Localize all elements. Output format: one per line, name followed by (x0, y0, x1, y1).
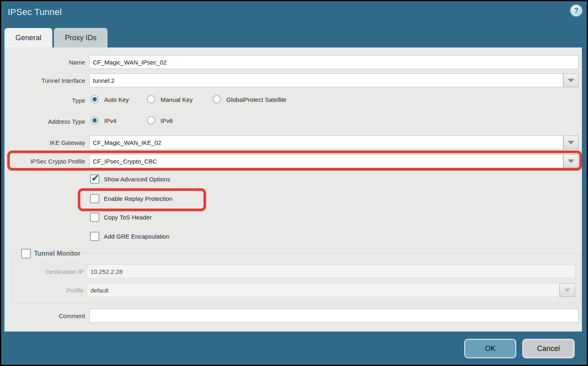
show-advanced-options-checkbox[interactable] (90, 174, 99, 184)
tunnel-monitor-section: Tunnel Monitor Destination IP Profile (13, 253, 581, 303)
chevron-down-icon (568, 159, 574, 163)
ok-button[interactable]: OK (464, 339, 516, 358)
type-radio-globalprotect-satellite[interactable] (212, 95, 221, 103)
general-tab-panel: Name Tunnel Interface Type Auto Key Manu… (4, 47, 582, 332)
ipsec-crypto-profile-dropdown-button[interactable] (563, 154, 579, 168)
show-advanced-options-label[interactable]: Show Advanced Options (104, 176, 170, 183)
tunnel-monitor-label[interactable]: Tunnel Monitor (34, 250, 80, 257)
comment-label: Comment (4, 312, 85, 319)
address-type-label: Address Type (4, 118, 85, 125)
destination-ip-label: Destination IP (13, 268, 84, 275)
ike-gateway-dropdown-button[interactable] (563, 136, 579, 149)
tab-proxy-ids[interactable]: Proxy IDs (54, 28, 107, 47)
name-label: Name (4, 59, 85, 66)
tab-bar: General Proxy IDs (4, 28, 107, 47)
type-radio-manual-key[interactable] (147, 95, 155, 103)
help-icon[interactable]: ? (571, 5, 582, 16)
enable-replay-protection-checkbox[interactable] (90, 194, 99, 203)
address-type-option-ipv6[interactable]: IPv6 (161, 117, 173, 124)
comment-input[interactable] (89, 309, 579, 323)
chevron-down-icon (564, 288, 571, 292)
name-input[interactable] (89, 55, 579, 69)
tunnel-interface-dropdown-button[interactable] (563, 73, 579, 87)
type-label: Type (4, 97, 85, 104)
chevron-down-icon (568, 141, 574, 144)
cancel-button[interactable]: Cancel (522, 339, 575, 358)
ipsec-crypto-profile-input[interactable] (89, 154, 563, 168)
add-gre-encapsulation-checkbox[interactable] (90, 232, 99, 241)
copy-tos-header-checkbox[interactable] (90, 213, 99, 222)
type-option-globalprotect-satellite[interactable]: GlobalProtect Satellite (226, 96, 286, 103)
dialog-title: IPSec Tunnel (8, 7, 62, 17)
copy-tos-header-label[interactable]: Copy ToS Header (104, 214, 152, 221)
profile-label: Profile (13, 287, 84, 294)
add-gre-encapsulation-label[interactable]: Add GRE Encapsulation (104, 233, 170, 240)
profile-dropdown-button (560, 283, 575, 297)
tunnel-monitor-legend: Tunnel Monitor (18, 248, 84, 259)
ipsec-crypto-profile-label: IPSec Crypto Profile (4, 158, 85, 165)
ike-gateway-input[interactable] (89, 136, 563, 149)
type-radio-auto-key[interactable] (90, 95, 99, 103)
tunnel-monitor-checkbox[interactable] (21, 249, 31, 258)
enable-replay-protection-label[interactable]: Enable Replay Protection (104, 195, 172, 202)
chevron-down-icon (568, 79, 574, 82)
ike-gateway-label: IKE Gateway (4, 139, 85, 146)
tunnel-interface-input[interactable] (89, 73, 563, 87)
address-type-radio-ipv4[interactable] (90, 116, 99, 125)
type-option-auto-key[interactable]: Auto Key (104, 96, 129, 103)
tunnel-interface-label: Tunnel Interface (4, 77, 85, 84)
address-type-radio-ipv6[interactable] (147, 116, 155, 125)
address-type-option-ipv4[interactable]: IPv4 (104, 117, 116, 124)
type-option-manual-key[interactable]: Manual Key (161, 96, 193, 103)
ipsec-tunnel-dialog: IPSec Tunnel ? General Proxy IDs Name Tu… (1, 1, 587, 365)
destination-ip-input (87, 265, 575, 278)
profile-input (87, 283, 560, 297)
tab-general[interactable]: General (4, 28, 52, 47)
